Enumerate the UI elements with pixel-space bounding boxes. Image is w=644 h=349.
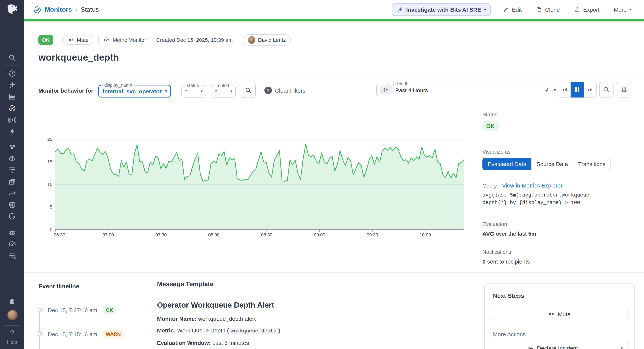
metrics-explorer-link[interactable]: View in Metrics Explorer (502, 182, 562, 188)
range-short-chip[interactable]: 4h (380, 86, 392, 94)
next-steps-mute-button[interactable]: Mute (490, 308, 629, 320)
log-search-icon (8, 252, 16, 260)
search-filter-button[interactable] (241, 83, 256, 98)
monitor-type: Metric Monitor (104, 37, 146, 43)
timeline-event[interactable]: Dec 15, 7:27:16 amOK (38, 306, 116, 314)
security-icon (8, 201, 16, 209)
service-level-objectives-icon (8, 240, 16, 248)
export-button[interactable]: Export (572, 6, 602, 13)
visualize-option-evaluated-data[interactable]: Evaluated Data (482, 158, 532, 170)
help-icon[interactable]: ? (0, 329, 24, 337)
metric-code-chip: workqueue_depth (229, 328, 278, 334)
sidebar-item-integrations[interactable] (0, 295, 24, 305)
declare-incident-main[interactable]: Declare Incident (490, 341, 614, 349)
monitors-icon (8, 104, 16, 112)
message-title: Operator Workqueue Depth Alert (157, 301, 458, 310)
svg-text:5: 5 (50, 204, 52, 210)
status-filter[interactable]: status * ▾ (181, 84, 206, 97)
status-section-label: Status (482, 112, 633, 118)
status-filter-value: * (185, 88, 188, 94)
edit-button[interactable]: Edit (501, 6, 524, 13)
watchdog-icon (8, 116, 16, 124)
export-icon (574, 6, 580, 13)
more-button[interactable]: More ▾ (612, 6, 634, 13)
sidebar-item-ci-pipelines[interactable] (0, 188, 24, 198)
next-steps-card: Next Steps Mute More Actions (484, 283, 634, 349)
logs-icon (8, 166, 16, 174)
caret-down-icon: ▾ (200, 89, 202, 94)
sidebar-item-dashboards[interactable] (0, 92, 24, 102)
sidebar-item-history[interactable] (0, 68, 24, 78)
svg-text:10:00: 10:00 (420, 232, 431, 237)
declare-incident-caret[interactable]: ▾ (614, 341, 628, 349)
caret-down-icon[interactable]: ▾ (554, 88, 556, 92)
time-range-picker[interactable]: UTC-05:00 4h Past 4 Hours ▾ (376, 82, 560, 96)
caret-down-icon: ▾ (230, 89, 232, 94)
mute-label: Mute (77, 37, 88, 43)
svg-text:07:30: 07:30 (155, 232, 167, 237)
declare-incident-button: Declare Incident ▾ (490, 341, 629, 349)
zoom-out-button[interactable] (599, 82, 614, 98)
author-chip[interactable]: David Lentz (243, 34, 291, 46)
help-label[interactable]: Help (0, 339, 24, 345)
datadog-logo-icon[interactable] (4, 3, 20, 17)
message-template-heading: Message Template (157, 280, 458, 288)
mute-button[interactable]: Mute (63, 35, 94, 45)
query-label: Query (482, 182, 497, 188)
investigate-bits-ai-button[interactable]: Investigate with Bits AI SRE ▾ (392, 4, 491, 16)
page-title: workqueue_depth (38, 52, 119, 63)
sidebar-item-security[interactable] (0, 200, 24, 210)
sidebar-item-error-tracking[interactable] (0, 228, 24, 238)
sidebar-item-search[interactable] (0, 53, 24, 62)
sidebar-item-cloud-cost[interactable]: $ (0, 154, 24, 164)
bits-ai-icon (8, 81, 16, 89)
sidebar-item-log-search[interactable] (0, 251, 24, 261)
filters: Monitor behavior for display_name intern… (38, 83, 306, 98)
search-icon (245, 87, 252, 94)
breadcrumb-monitors[interactable]: Monitors (45, 6, 72, 13)
svg-text:06:30: 06:30 (54, 232, 65, 237)
monitors-icon (33, 6, 42, 14)
clear-filters-button[interactable]: ✕ Clear Filters (264, 86, 306, 94)
clone-button[interactable]: Clone (534, 6, 562, 13)
fast-forward-button[interactable] (583, 82, 596, 98)
display-name-legend: display_name (103, 83, 134, 87)
sidebar-item-service-level-objectives[interactable] (0, 240, 24, 249)
sidebar-item-bits-ai[interactable] (0, 80, 24, 90)
display-name-value: internal_svc_operator (103, 88, 162, 94)
sidebar-item-infrastructure[interactable] (0, 142, 24, 152)
visualize-option-source-data[interactable]: Source Data (531, 158, 573, 170)
history-icon (8, 70, 16, 77)
user-avatar[interactable] (7, 310, 18, 320)
caret-down-icon: ▾ (165, 89, 167, 94)
display-name-filter[interactable]: display_name internal_svc_operator ▾ (98, 83, 171, 98)
muted-filter[interactable]: muted * ▾ (211, 84, 236, 97)
status-value-badge: OK (482, 120, 498, 132)
pin-icon[interactable] (544, 87, 550, 93)
sidebar-divider (4, 325, 20, 326)
sidebar-item-apm[interactable] (0, 126, 24, 136)
monitor-chart[interactable]: 0510152006:3007:0007:3008:0008:3009:0009… (40, 135, 472, 241)
visualize-option-transitions[interactable]: Transitions (573, 158, 610, 170)
settings-gear-button[interactable]: ⚙ (617, 82, 631, 98)
sidebar-divider (4, 225, 20, 225)
svg-text:10: 10 (47, 182, 52, 187)
sidebar-item-logs[interactable] (0, 165, 24, 175)
divider (58, 36, 58, 44)
playback-controls (558, 82, 596, 98)
sidebar-item-watchdog[interactable] (0, 115, 24, 124)
svg-text:07:00: 07:00 (103, 232, 114, 237)
integrations-icon (8, 296, 16, 304)
sidebar-item-llm-observability[interactable] (0, 212, 24, 221)
message-template: Message Template Operator Workqueue Dept… (157, 280, 458, 347)
sidebar-item-software-catalog[interactable] (0, 177, 24, 186)
dashboards-icon (8, 92, 16, 100)
author-avatar (248, 36, 255, 44)
clone-label: Clone (545, 6, 560, 13)
monitor-type-label: Metric Monitor (112, 37, 146, 43)
sidebar-item-monitors[interactable] (0, 103, 24, 113)
timeline-event[interactable]: Dec 15, 7:15:16 amWARN (38, 330, 123, 338)
pause-button[interactable] (570, 82, 584, 98)
siren-icon (527, 345, 534, 349)
rewind-button[interactable] (558, 82, 571, 98)
